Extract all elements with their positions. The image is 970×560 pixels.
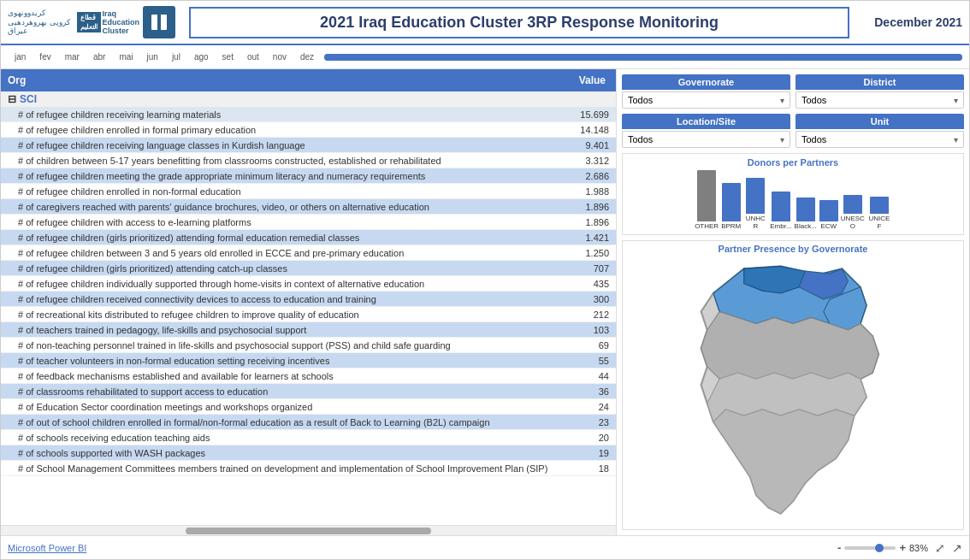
table-row[interactable]: # of Education Sector coordination meeti… <box>1 399 616 415</box>
unit-filter: Unit Todos ▾ <box>796 114 964 148</box>
sci-header: ⊟ SCI <box>1 91 616 107</box>
month-item-jul[interactable]: jul <box>165 52 187 62</box>
left-panel: Org Value ⊟ SCI # of refugee children re… <box>1 69 617 535</box>
bar <box>772 192 790 221</box>
table-row[interactable]: # of feedback mechanisms established and… <box>1 368 616 384</box>
month-item-mai[interactable]: mai <box>112 52 139 62</box>
bar-chart: OTHER BPRM UNHCR Embr... Black... ECW UN… <box>626 171 960 231</box>
svg-rect-0 <box>151 15 158 30</box>
zoom-minus-button[interactable]: - <box>837 541 841 554</box>
month-item-jan[interactable]: jan <box>8 52 33 62</box>
main-content: Org Value ⊟ SCI # of refugee children re… <box>1 69 969 535</box>
row-value: 435 <box>549 279 609 289</box>
table-row[interactable]: # of refugee children between 3 and 5 ye… <box>1 245 616 261</box>
row-value: 18 <box>549 463 609 474</box>
table-row[interactable]: # of refugee children individually suppo… <box>1 276 616 292</box>
zoom-plus-button[interactable]: + <box>899 541 906 554</box>
table-row[interactable]: # of classrooms rehabilitated to support… <box>1 384 616 399</box>
col-org-header: Org <box>8 74 549 86</box>
table-body[interactable]: ⊟ SCI # of refugee children receiving le… <box>1 91 616 525</box>
table-row[interactable]: # of non-teaching personnel trained in l… <box>1 338 616 353</box>
table-row[interactable]: # of refugee children receiving language… <box>1 138 616 153</box>
bar-label: UNICEF <box>867 215 891 231</box>
location-select[interactable]: Todos ▾ <box>622 131 790 148</box>
collapse-icon[interactable]: ⊟ <box>8 93 16 105</box>
row-value: 212 <box>549 309 609 320</box>
row-value: 14.148 <box>549 125 609 135</box>
month-item-out[interactable]: out <box>240 52 266 62</box>
header: كريدوونهوى كروپی يهروهردهيى عيراق قطاع ا… <box>1 1 969 45</box>
row-value: 2.686 <box>549 171 609 181</box>
svg-rect-2 <box>157 15 161 30</box>
col-value-header: Value <box>549 74 609 86</box>
month-item-fev[interactable]: fev <box>33 52 57 62</box>
table-row[interactable]: # of caregivers reached with parents' gu… <box>1 199 616 215</box>
unit-select[interactable]: Todos ▾ <box>796 131 964 148</box>
table-row[interactable]: # of recreational kits distributed to re… <box>1 307 616 322</box>
bar-label: Embr... <box>770 223 791 231</box>
table-row[interactable]: # of teacher volunteers in non-formal ed… <box>1 353 616 368</box>
row-value: 15.699 <box>549 109 609 120</box>
month-item-abr[interactable]: abr <box>86 52 112 62</box>
table-row[interactable]: # of refugee children meeting the grade … <box>1 168 616 184</box>
bar-label: ECW <box>821 223 837 231</box>
horizontal-scrollbar[interactable] <box>1 525 616 535</box>
table-row[interactable]: # of schools supported with WASH package… <box>1 445 616 461</box>
timeline-bar[interactable] <box>324 54 962 61</box>
bar-item[interactable]: OTHER <box>695 170 719 231</box>
powerbi-link[interactable]: Microsoft Power BI <box>8 543 86 553</box>
month-item-set[interactable]: set <box>216 52 240 62</box>
row-value: 1.896 <box>549 202 609 212</box>
logo-arabic-text: كريدوونهوى كروپی يهروهردهيى عيراق <box>8 9 70 36</box>
row-label: # of schools supported with WASH package… <box>18 448 549 458</box>
table-row[interactable]: # of School Management Committees member… <box>1 461 616 476</box>
month-list[interactable]: janfevmarabrmaijunjulagosetoutnovdez <box>8 52 321 62</box>
filter-row-2: Location/Site Todos ▾ Unit Todos ▾ <box>622 114 964 148</box>
month-item-dez[interactable]: dez <box>293 52 321 62</box>
table-row[interactable]: # of refugee children with access to e-l… <box>1 215 616 230</box>
unit-chevron: ▾ <box>954 135 958 144</box>
table-row[interactable]: # of refugee children enrolled in formal… <box>1 122 616 138</box>
table-row[interactable]: # of out of school children enrolled in … <box>1 415 616 430</box>
bar <box>843 195 862 214</box>
bar-item[interactable]: BPRM <box>721 183 741 231</box>
zoom-slider[interactable] <box>844 546 896 550</box>
map-container[interactable] <box>623 256 963 526</box>
district-filter: District Todos ▾ <box>796 74 964 109</box>
month-item-mar[interactable]: mar <box>58 52 86 62</box>
district-select[interactable]: Todos ▾ <box>796 91 964 109</box>
table-row[interactable]: # of refugee children received connectiv… <box>1 292 616 307</box>
bar-item[interactable]: UNICEF <box>867 197 891 231</box>
share-icon[interactable]: ↗ <box>952 541 962 555</box>
bar-item[interactable]: UNESCO <box>841 195 865 231</box>
row-label: # of caregivers reached with parents' gu… <box>18 202 549 212</box>
table-row[interactable]: # of refugee children receiving learning… <box>1 107 616 122</box>
header-date: December 2021 <box>860 15 962 29</box>
row-value: 55 <box>549 356 609 366</box>
table-row[interactable]: # of children between 5-17 years benefit… <box>1 153 616 168</box>
bar-item[interactable]: UNHCR <box>743 178 767 231</box>
row-label: # of refugee children receiving language… <box>18 140 549 150</box>
table-row[interactable]: # of teachers trained in pedagogy, life-… <box>1 322 616 338</box>
row-label: # of refugee children (girls prioritized… <box>18 233 549 243</box>
governorate-chevron: ▾ <box>780 96 784 105</box>
donors-chart-title: Donors per Partners <box>626 157 960 168</box>
table-row[interactable]: # of refugee children (girls prioritized… <box>1 261 616 276</box>
month-item-jun[interactable]: jun <box>140 52 165 62</box>
row-value: 300 <box>549 294 609 304</box>
month-item-ago[interactable]: ago <box>187 52 216 62</box>
bar-item[interactable]: Embr... <box>770 192 791 231</box>
logo-book-icon <box>143 6 175 38</box>
table-row[interactable]: # of refugee children (girls prioritized… <box>1 230 616 245</box>
table-row[interactable]: # of refugee children enrolled in non-fo… <box>1 184 616 199</box>
map-section: Partner Presence by Governorate <box>622 240 964 530</box>
fullscreen-icon[interactable]: ⤢ <box>935 541 945 555</box>
month-item-nov[interactable]: nov <box>266 52 293 62</box>
governorate-select[interactable]: Todos ▾ <box>622 91 790 109</box>
row-value: 1.896 <box>549 217 609 227</box>
bar <box>697 170 716 221</box>
bar-item[interactable]: ECW <box>819 200 838 231</box>
row-label: # of refugee children individually suppo… <box>18 279 549 289</box>
bar-item[interactable]: Black... <box>795 197 817 231</box>
table-row[interactable]: # of schools receiving education teachin… <box>1 430 616 445</box>
